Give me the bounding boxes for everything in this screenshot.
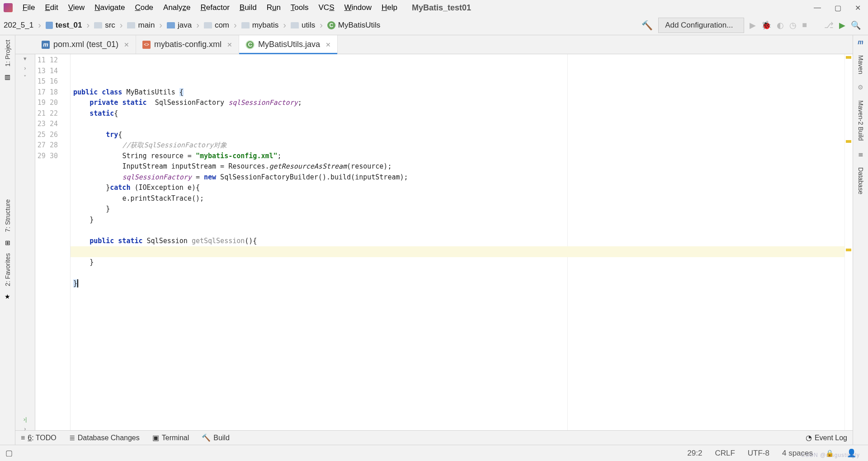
crumb-7[interactable]: utils <box>302 21 315 30</box>
menu-window[interactable]: Window <box>340 2 376 14</box>
warning-marker[interactable] <box>846 56 851 59</box>
class-icon: C <box>327 21 335 29</box>
status-encoding[interactable]: UTF-8 <box>741 449 776 458</box>
run-config-combo[interactable]: Add Configuration... <box>658 18 744 33</box>
warning-marker[interactable] <box>846 140 851 143</box>
toolwin-dbchanges[interactable]: ≣Database Changes <box>69 433 140 442</box>
close-icon[interactable]: ✕ <box>326 41 331 48</box>
toolwin-maven2[interactable]: Maven-2 Build <box>857 98 864 144</box>
menu-build[interactable]: Build <box>235 2 261 14</box>
crumb-0[interactable]: 202_5_1 <box>4 21 33 30</box>
menu-edit[interactable]: Edit <box>40 2 62 14</box>
window-close[interactable]: ✕ <box>855 4 861 12</box>
brace: } <box>106 183 110 192</box>
tab-pom[interactable]: m pom.xml (test_01) ✕ <box>35 35 136 54</box>
close-icon[interactable]: ✕ <box>124 41 129 48</box>
label: Terminal <box>162 434 189 442</box>
crumb-3[interactable]: main <box>138 21 155 30</box>
code: String resource = <box>122 152 196 160</box>
classname: MyBatisUtils <box>126 88 175 96</box>
maven-icon[interactable]: m <box>857 38 865 46</box>
project-folder-icon[interactable]: ▥ <box>4 73 12 81</box>
menu-tools[interactable]: Tools <box>286 2 313 14</box>
toolwin-terminal[interactable]: ▣Terminal <box>152 433 189 442</box>
status-caret-pos[interactable]: 29:2 <box>681 449 708 458</box>
toolwin-structure[interactable]: 7: Structure <box>4 197 11 235</box>
marker-stripe[interactable] <box>844 54 853 432</box>
toolwin-build[interactable]: 🔨Build <box>202 433 230 442</box>
tab-label: mybatis-config.xml <box>154 40 222 49</box>
build-icon[interactable]: 🔨 <box>642 20 653 31</box>
toolwin-database[interactable]: Database <box>857 165 864 197</box>
gear-icon[interactable]: ⚙ <box>857 83 865 91</box>
menu-navigate[interactable]: Navigate <box>90 2 129 14</box>
kw: static <box>122 99 146 107</box>
xml-file-icon: <> <box>142 41 151 49</box>
tab-mybatisutils[interactable]: C MyBatisUtils.java ✕ <box>239 35 338 54</box>
kw-class: class <box>102 88 122 96</box>
toolwin-maven[interactable]: Maven <box>857 52 864 77</box>
method-decl: getSqlSession <box>192 237 245 245</box>
brace: { <box>114 109 118 118</box>
menu-run[interactable]: Run <box>262 2 285 14</box>
menu-vcs[interactable]: VCS <box>314 2 339 14</box>
crumb-1[interactable]: test_01 <box>56 21 82 30</box>
menu-analyze[interactable]: Analyze <box>159 2 195 14</box>
toolwin-favorites[interactable]: 2: Favorites <box>4 250 11 289</box>
chevron-down-icon[interactable]: ˅ <box>24 74 27 81</box>
menu-file[interactable]: File <box>18 2 39 14</box>
crumb-2[interactable]: src <box>105 21 115 30</box>
crumb-5[interactable]: com <box>215 21 229 30</box>
editor-left-col: ▾ › ˅ ›| › <box>15 54 35 432</box>
status-icon[interactable]: ▢ <box>5 448 13 458</box>
close-icon[interactable]: ✕ <box>227 41 232 48</box>
crumb-4[interactable]: java <box>178 21 192 30</box>
coverage-icon[interactable]: ◐ <box>777 20 784 30</box>
watermark: CSDN @disgustingly <box>801 452 860 458</box>
code: SqlSessionFactoryBuilder().build(inputSt… <box>216 173 408 181</box>
module-icon <box>46 22 53 29</box>
brace: { <box>118 131 122 139</box>
line-gutter[interactable]: 11 12 13 14 15 16 17 18 19 20 21 22 23 2… <box>35 54 64 432</box>
code-area[interactable]: public class MyBatisUtils { private stat… <box>71 54 844 432</box>
class-file-icon: C <box>245 40 255 49</box>
toolwin-eventlog[interactable]: ◔Event Log <box>806 433 847 442</box>
brace: } <box>106 205 110 213</box>
chevron-right-icon[interactable]: › <box>24 65 26 71</box>
tab-config[interactable]: <> mybatis-config.xml ✕ <box>136 35 239 54</box>
fold-column[interactable] <box>64 54 71 432</box>
stop-icon[interactable]: ■ <box>802 20 807 30</box>
run-anything-icon[interactable]: ▶ <box>839 20 845 30</box>
toolwin-project[interactable]: 1: Project <box>4 37 11 69</box>
maven-file-icon: m <box>42 41 50 49</box>
git-icon[interactable]: ⎇ <box>824 20 834 30</box>
menu-help[interactable]: Help <box>377 2 402 14</box>
left-tool-stripe: 1: Project ▥ 7: Structure ⊞ 2: Favorites… <box>0 35 15 445</box>
debug-icon[interactable]: 🐞 <box>761 20 771 30</box>
database-icon[interactable]: ≣ <box>857 150 865 158</box>
kw: private <box>90 99 118 107</box>
breadcrumb[interactable]: 202_5_1› test_01› src› main› java› com› … <box>3 20 381 30</box>
right-tool-stripe: m Maven ⚙ Maven-2 Build ≣ Database <box>853 35 868 445</box>
profile-icon[interactable]: ◷ <box>789 20 797 30</box>
crumb-6[interactable]: mybatis <box>252 21 279 30</box>
expand-icon[interactable]: ›| <box>24 416 27 423</box>
search-everywhere-icon[interactable]: 🔍 <box>851 20 861 30</box>
editor-tabs: m pom.xml (test_01) ✕ <> mybatis-config.… <box>15 35 853 54</box>
favorites-icon[interactable]: ★ <box>4 292 12 301</box>
run-icon[interactable]: ▶ <box>750 20 756 30</box>
folder-icon <box>94 22 102 28</box>
menu-code[interactable]: Code <box>130 2 158 14</box>
window-minimize[interactable]: — <box>814 4 821 12</box>
crumb-8[interactable]: MyBatisUtils <box>338 21 381 30</box>
editor-area[interactable]: ▾ › ˅ ›| › 11 12 13 14 15 16 17 18 19 20… <box>15 54 853 432</box>
structure-icon[interactable]: ⊞ <box>4 239 12 247</box>
toolwin-todo[interactable]: ≡6: TODO <box>21 434 57 442</box>
chevron-down-icon[interactable]: ▾ <box>24 55 27 62</box>
window-maximize[interactable]: ▢ <box>835 4 841 12</box>
menu-view[interactable]: View <box>64 2 90 14</box>
folder-icon <box>204 22 212 28</box>
status-eol[interactable]: CRLF <box>708 449 741 458</box>
warning-marker[interactable] <box>846 249 851 251</box>
menu-refactor[interactable]: Refactor <box>196 2 234 14</box>
